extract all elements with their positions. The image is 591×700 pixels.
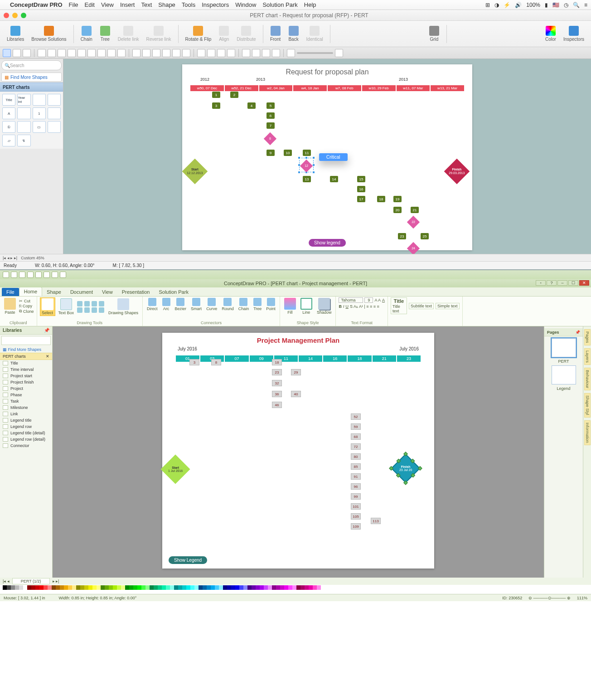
tab-file[interactable]: File [2, 288, 19, 296]
menu-inspectors[interactable]: Inspectors [202, 1, 229, 8]
arrange-tool[interactable] [227, 49, 235, 57]
color-swatch[interactable] [211, 585, 215, 590]
toolbar-libraries[interactable]: Libraries [5, 25, 26, 43]
side-tab[interactable]: Shape Styl [584, 393, 591, 418]
task-node[interactable]: 16 [357, 186, 365, 192]
color-swatch[interactable] [166, 585, 170, 590]
tool-icon[interactable] [97, 49, 106, 57]
library-item[interactable]: Time interval [0, 366, 52, 373]
tab-shape[interactable]: Shape [42, 288, 66, 296]
library-item[interactable]: Legend title (detail) [0, 430, 52, 436]
user-tool[interactable] [262, 49, 270, 57]
task-node[interactable]: 11 [303, 150, 311, 156]
color-swatch[interactable] [7, 585, 11, 590]
menu-solutionpark[interactable]: Solution Park [262, 1, 297, 8]
connector-tree[interactable]: Tree [252, 297, 263, 311]
app-name[interactable]: ConceptDraw PRO [10, 1, 63, 8]
tab-document[interactable]: Document [66, 288, 97, 296]
color-swatch[interactable] [68, 585, 72, 590]
pin-icon[interactable]: 📌 [575, 330, 580, 335]
library-item[interactable]: Legend row (detail) [0, 436, 52, 442]
task-node[interactable]: 91 [351, 473, 361, 480]
color-swatch[interactable] [72, 585, 76, 590]
menu-edit[interactable]: Edit [85, 1, 95, 8]
color-swatch[interactable] [239, 585, 243, 590]
toolbar-align[interactable]: Align [216, 25, 232, 43]
task-node[interactable]: 19 [393, 196, 402, 202]
shape-stencil[interactable]: Title [2, 94, 15, 106]
zoom-slider[interactable] [297, 52, 333, 54]
toolbar-tree[interactable]: Tree [97, 25, 113, 43]
clock-icon[interactable]: ◷ [564, 2, 568, 8]
task-node[interactable]: 25 [421, 233, 429, 239]
page-nav[interactable]: |◂ ◂ ▸ ▸| [3, 256, 17, 260]
shape-stencil[interactable]: A [2, 107, 15, 119]
library-item[interactable]: Legend title [0, 417, 52, 423]
qat-icon[interactable] [27, 272, 34, 278]
color-swatch[interactable] [27, 585, 31, 590]
max-button[interactable]: ☐ [568, 280, 578, 286]
task-node[interactable]: 96 [351, 483, 361, 490]
task-node[interactable]: 14 [330, 176, 338, 182]
color-swatch[interactable] [117, 585, 121, 590]
color-swatch[interactable] [292, 585, 296, 590]
color-swatch[interactable] [11, 585, 15, 590]
battery-icon[interactable]: ▮ [545, 2, 548, 8]
connector-point[interactable]: Point [265, 297, 277, 311]
color-swatch[interactable] [101, 585, 105, 590]
shape-stencil[interactable]: 1 [33, 107, 46, 119]
color-swatch[interactable] [309, 585, 313, 590]
color-swatch[interactable] [113, 585, 117, 590]
paste-button[interactable]: Paste [3, 297, 17, 315]
color-swatch[interactable] [60, 585, 64, 590]
toolbar-front[interactable]: Front [268, 25, 283, 43]
library-item[interactable]: Link [0, 411, 52, 417]
qat-icon[interactable] [3, 272, 9, 278]
color-swatch[interactable] [268, 585, 272, 590]
tab-presentation[interactable]: Presentation [117, 288, 155, 296]
color-swatch[interactable] [105, 585, 109, 590]
simple-text-button[interactable]: Simple text [436, 303, 460, 309]
task-node[interactable]: 3 [189, 359, 199, 365]
color-swatch[interactable] [109, 585, 113, 590]
toolbar-chain[interactable]: Chain [78, 25, 95, 43]
shape-stencil[interactable]: ▱ [2, 135, 15, 146]
zoom-level[interactable]: Custom 45% [21, 256, 44, 260]
toolbar-distribute[interactable]: Distribute [234, 25, 258, 43]
ellipse-tool[interactable] [23, 49, 31, 57]
edit-tool[interactable] [272, 49, 280, 57]
menu-file[interactable]: File [69, 1, 78, 8]
library-item[interactable]: Connector [0, 442, 52, 449]
task-node[interactable]: 59 [351, 423, 361, 430]
start-milestone[interactable]: Start1 Jul 2016 [160, 454, 190, 484]
fill-button[interactable]: Fill [283, 297, 297, 315]
toolbar-grid[interactable]: Grid [426, 25, 442, 43]
textbox-tool[interactable]: Text Box [57, 298, 76, 316]
color-swatch[interactable] [52, 585, 56, 590]
color-swatch[interactable] [137, 585, 141, 590]
task-node[interactable]: 68 [351, 433, 361, 440]
rect-tool[interactable] [13, 49, 21, 57]
tool-icon[interactable] [78, 49, 86, 57]
color-swatch[interactable] [80, 585, 84, 590]
zoom-in-icon[interactable] [335, 49, 343, 57]
color-swatch[interactable] [162, 585, 166, 590]
text-style-buttons[interactable]: B I U S A₁ A¹ | ≡ ≡ ≡ ≡ [339, 304, 379, 309]
color-swatch[interactable] [252, 585, 256, 590]
task-node[interactable]: 101 [351, 503, 361, 510]
library-category[interactable]: PERT charts [0, 83, 63, 92]
pointer-tool[interactable] [3, 49, 11, 57]
tray-icon[interactable]: ◑ [494, 2, 499, 8]
minimize-button[interactable] [12, 13, 18, 18]
task-node[interactable]: 109 [351, 523, 361, 530]
tool-icon[interactable] [107, 49, 116, 57]
tool-icon[interactable] [87, 49, 96, 57]
task-node[interactable]: 40 [291, 391, 301, 397]
color-swatch[interactable] [288, 585, 292, 590]
shape-stencil[interactable]: Year Int [17, 94, 30, 106]
qat-icon[interactable] [19, 272, 25, 278]
library-item[interactable]: Project finish [0, 379, 52, 385]
color-swatch[interactable] [186, 585, 190, 590]
cut-button[interactable]: ✂ Cut [19, 299, 34, 303]
tray-icon[interactable]: ⊞ [485, 2, 490, 8]
